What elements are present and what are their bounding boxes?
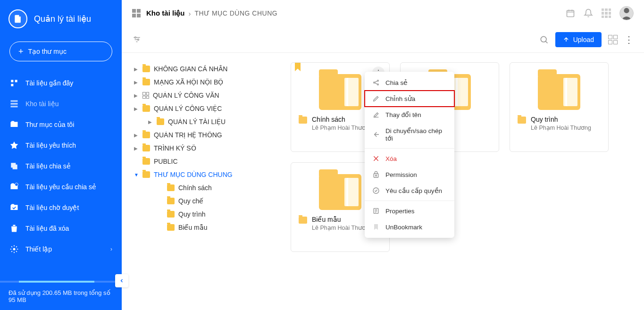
ctx-label: Properties xyxy=(385,208,415,215)
req-icon xyxy=(372,187,380,194)
bell-icon[interactable] xyxy=(584,8,593,18)
tree-row-9[interactable]: Chính sách xyxy=(132,181,273,194)
sidebar-item-label: Tài liệu yêu thích xyxy=(25,142,76,149)
folder-card-2[interactable]: Quy trìnhLê Phạm Hoài Thương xyxy=(510,62,609,152)
ctx-perm[interactable]: Permission xyxy=(365,167,454,183)
ctx-label: Chia sẻ xyxy=(385,79,408,86)
tree-caret-icon: ▶ xyxy=(148,119,153,125)
apps-icon[interactable] xyxy=(602,8,611,18)
tree-row-5[interactable]: ▶QUẢN TRỊ HỆ THỐNG xyxy=(132,128,273,142)
upload-button[interactable]: Upload xyxy=(555,32,602,47)
ctx-label: Yêu cầu cấp quyền xyxy=(385,187,442,194)
ctx-rename[interactable]: Thay đổi tên xyxy=(365,107,454,123)
app-title: Quản lý tài liệu xyxy=(34,14,91,24)
tree-caret-icon: ▶ xyxy=(134,133,139,138)
search-icon[interactable] xyxy=(539,35,549,44)
tree-row-8[interactable]: ▼THƯ MỤC DÙNG CHUNG xyxy=(132,168,273,181)
ctx-edit[interactable]: Chỉnh sửa xyxy=(365,91,454,107)
context-menu: Chia sẻChỉnh sửaThay đổi tênDi chuyển/sa… xyxy=(365,72,454,238)
topbar: Kho tài liệu › THƯ MỤC DÙNG CHUNG xyxy=(122,0,644,26)
folder-owner: Lê Phạm Hoài Thương xyxy=(312,224,372,231)
tree-row-6[interactable]: ▶TRÌNH KÝ SỐ xyxy=(132,142,273,155)
sidebar-item-0[interactable]: Tài liệu gần đây xyxy=(0,73,122,93)
ctx-label: Chỉnh sửa xyxy=(385,95,415,102)
sidebar-item-label: Tài liệu yêu cầu chia sẻ xyxy=(25,183,96,191)
tree-row-7[interactable]: PUBLIC xyxy=(132,155,273,168)
apps-grid-icon[interactable] xyxy=(132,9,141,17)
folder-icon xyxy=(142,66,150,72)
breadcrumb-separator: › xyxy=(189,9,191,17)
sidebar-item-label: Tài liệu đã xóa xyxy=(25,225,69,232)
sidebar-item-5[interactable]: Tài liệu yêu cầu chia sẻ xyxy=(0,176,122,197)
sidebar-header: Quản lý tài liệu xyxy=(0,0,122,38)
tree-row-1[interactable]: ▶MẠNG XÃ HỘI NỘI BỘ xyxy=(132,75,273,89)
tree-row-11[interactable]: Quy trình xyxy=(132,208,273,221)
folder-icon xyxy=(167,211,175,218)
ctx-req[interactable]: Yêu cầu cấp quyền xyxy=(365,183,454,199)
calendar-icon[interactable] xyxy=(566,8,575,18)
sidebar-item-1[interactable]: Kho tài liệu xyxy=(0,93,122,114)
sidebar-item-icon xyxy=(9,99,19,109)
sidebar-item-icon xyxy=(9,78,19,88)
sidebar-item-2[interactable]: Thư mục của tôi xyxy=(0,114,122,135)
toolbar-more-icon[interactable]: ⋮ xyxy=(624,34,634,45)
tree-caret-icon: ▶ xyxy=(134,80,139,85)
edit-icon xyxy=(372,95,380,102)
folder-name: Biểu mẫu xyxy=(312,216,372,223)
folder-owner: Lê Phạm Hoài Thương xyxy=(531,124,591,131)
create-folder-button[interactable]: + Tạo thư mục xyxy=(9,42,112,61)
tree-label: TRÌNH KÝ SỐ xyxy=(154,144,196,152)
sidebar-item-4[interactable]: Tài liệu chia sẻ xyxy=(0,156,122,176)
ctx-label: UnBookmark xyxy=(385,224,422,231)
breadcrumb-root[interactable]: Kho tài liệu xyxy=(146,9,185,17)
filter-icon[interactable] xyxy=(132,35,142,44)
sidebar-item-label: Thiết lập xyxy=(25,245,52,253)
tree-caret-icon: ▶ xyxy=(134,106,139,111)
sidebar-item-label: Thư mục của tôi xyxy=(25,121,74,128)
upload-icon xyxy=(563,36,569,43)
tree-label: QUẢN TRỊ HỆ THỐNG xyxy=(154,131,222,139)
folder-name: Quy trình xyxy=(531,116,591,123)
sidebar-item-6[interactable]: Tài liệu chờ duyệt xyxy=(0,197,122,218)
breadcrumb-leaf: THƯ MỤC DÙNG CHUNG xyxy=(195,9,278,17)
svg-point-10 xyxy=(376,175,377,176)
sidebar-item-icon xyxy=(9,224,19,233)
tree-label: Quy trình xyxy=(178,210,206,218)
svg-point-8 xyxy=(377,84,379,85)
user-avatar[interactable] xyxy=(619,6,634,20)
folder-icon xyxy=(167,184,175,191)
ctx-unbm[interactable]: UnBookmark xyxy=(365,219,454,235)
ctx-move[interactable]: Di chuyển/sao chép tới xyxy=(365,123,454,146)
sidebar-item-icon xyxy=(9,244,19,254)
tree-row-4[interactable]: ▶QUẢN LÝ TÀI LIỆU xyxy=(132,115,273,128)
view-toggle-icon[interactable] xyxy=(608,35,618,44)
folder-small-icon xyxy=(299,217,307,224)
storage-footer: Đã sử dụng 200.65 MB trong tổng số 95 MB xyxy=(0,281,122,310)
upload-label: Upload xyxy=(573,36,594,43)
ctx-delete[interactable]: Xóa xyxy=(365,151,454,167)
perm-icon xyxy=(372,171,380,178)
folder-tree: ▶KHÔNG GIAN CÁ NHÂN▶MẠNG XÃ HỘI NỘI BỘ▶Q… xyxy=(122,53,277,310)
tree-caret-icon: ▼ xyxy=(134,172,139,177)
sidebar-item-3[interactable]: Tài liệu yêu thích xyxy=(0,135,122,156)
collapse-sidebar-button[interactable] xyxy=(115,274,128,287)
tree-row-0[interactable]: ▶KHÔNG GIAN CÁ NHÂN xyxy=(132,62,273,75)
ctx-share[interactable]: Chia sẻ xyxy=(365,75,454,91)
tree-label: PUBLIC xyxy=(154,158,178,165)
folder-icon xyxy=(142,132,150,138)
tree-row-10[interactable]: Quy chế xyxy=(132,194,273,208)
svg-point-7 xyxy=(377,80,379,82)
ctx-prop[interactable]: Properties xyxy=(365,203,454,219)
tree-row-3[interactable]: ▶QUẢN LÝ CÔNG VIỆC xyxy=(132,102,273,115)
tree-label: QUẢN LÝ TÀI LIỆU xyxy=(168,118,226,126)
tree-row-2[interactable]: ▶QUẢN LÝ CÔNG VĂN xyxy=(132,89,273,102)
folder-grid: ⋮Chính sáchLê Phạm Hoài ThươnghươngQuy t… xyxy=(277,53,644,310)
svg-point-6 xyxy=(374,82,375,84)
svg-rect-9 xyxy=(374,174,378,177)
main-panel: Kho tài liệu › THƯ MỤC DÙNG CHUNG Upload… xyxy=(122,0,644,310)
sidebar-item-8[interactable]: Thiết lập› xyxy=(0,239,122,260)
ctx-label: Thay đổi tên xyxy=(385,111,421,118)
tree-row-12[interactable]: Biểu mẫu xyxy=(132,221,273,234)
sidebar-item-7[interactable]: Tài liệu đã xóa xyxy=(0,218,122,239)
bookmark-icon xyxy=(295,63,301,71)
